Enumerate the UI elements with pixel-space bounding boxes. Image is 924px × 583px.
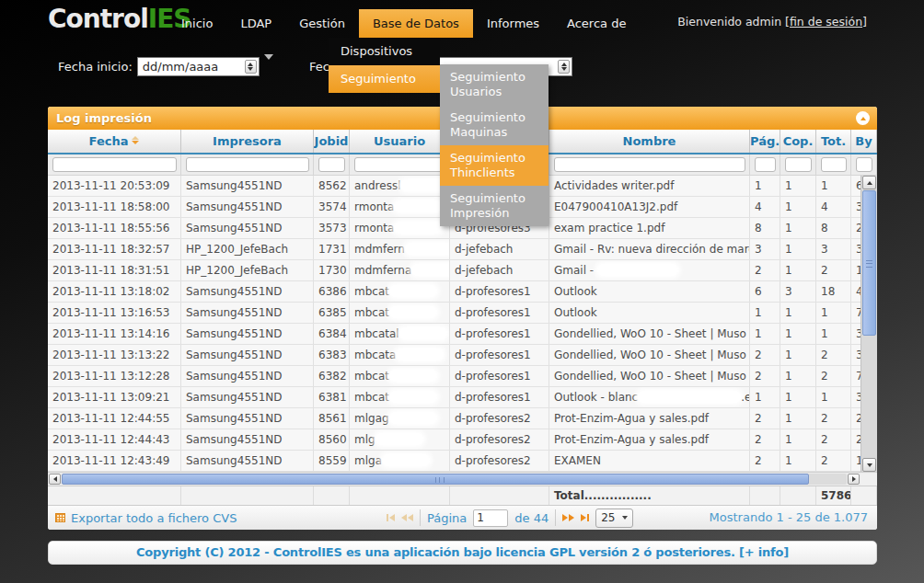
table-row[interactable]: 2013-11-11 13:14:16Samsung4551ND6384mbca… xyxy=(48,324,877,345)
filter-input-cop[interactable] xyxy=(785,157,812,172)
cell-usuario: mbcat xyxy=(350,281,450,302)
export-csv-link[interactable]: Exportar todo a fichero CVS xyxy=(55,506,237,530)
cell-usuario: rmonta xyxy=(350,218,450,238)
cell-nombre: Actividades writer.pdf xyxy=(549,176,750,196)
collapse-panel-button[interactable] xyxy=(856,111,870,125)
horizontal-scrollbar[interactable] xyxy=(48,472,877,486)
column-header-usuario[interactable]: Usuario xyxy=(350,130,450,153)
vertical-scrollbar[interactable] xyxy=(860,176,877,472)
chevron-down-icon xyxy=(622,516,628,520)
submenu-item-seguimiento-maquinas[interactable]: Seguimiento Maquinas xyxy=(440,105,549,145)
table-row[interactable]: 2013-11-11 13:16:53Samsung4551ND6385mbca… xyxy=(48,303,877,324)
scroll-right-button[interactable] xyxy=(848,474,860,485)
cell-pag: 1 xyxy=(750,303,780,323)
spinner-up-icon[interactable] xyxy=(248,63,253,66)
cell-impresora: Samsung4551ND xyxy=(181,218,314,238)
sort-icon xyxy=(132,136,139,144)
column-header-nombre[interactable]: Nombre xyxy=(549,130,750,153)
nav-item-informes[interactable]: Informes xyxy=(473,9,553,38)
redaction-smudge xyxy=(597,264,678,276)
seek-prev-icon xyxy=(408,514,413,521)
spinner-down-icon[interactable] xyxy=(561,67,567,71)
menu-item-seguimiento[interactable]: Seguimiento xyxy=(329,65,440,93)
cell-grupo: d-profesores1 xyxy=(450,387,549,407)
column-header-impresora[interactable]: Impresora xyxy=(181,130,314,153)
scrollbar-corner xyxy=(860,474,877,486)
nav-item-inicio[interactable]: Inicio xyxy=(167,9,226,38)
nav-item-acerca-de[interactable]: Acerca de xyxy=(553,9,640,38)
table-row[interactable]: 2013-11-11 12:43:49Samsung4551ND8559mlga… xyxy=(48,451,877,472)
start-date-box xyxy=(137,57,260,76)
filter-input-fecha[interactable] xyxy=(52,157,177,172)
table-row[interactable]: 2013-11-11 18:32:57HP_1200_JefeBach1731m… xyxy=(48,239,877,260)
column-header-tot[interactable]: Tot. xyxy=(816,130,851,153)
cell-usuario: andressl xyxy=(350,176,450,196)
cell-nombre: exam practice 1.pdf xyxy=(549,218,750,238)
table-row[interactable]: 2013-11-11 18:31:51HP_1200_JefeBach1730m… xyxy=(48,260,877,281)
submenu-item-seguimiento-usuarios[interactable]: Seguimiento Usuarios xyxy=(440,64,549,105)
spinner-down-icon[interactable] xyxy=(248,67,253,71)
first-page-button[interactable] xyxy=(387,514,395,521)
main-nav: InicioLDAPGestiónBase de DatosInformesAc… xyxy=(167,9,640,38)
vertical-scrollbar-thumb[interactable] xyxy=(862,190,876,336)
cell-impresora: Samsung4551ND xyxy=(181,324,314,344)
filter-input-pag[interactable] xyxy=(755,157,776,172)
cell-jobid: 8561 xyxy=(314,408,350,429)
table-row[interactable]: 2013-11-11 13:13:22Samsung4551ND6383mbca… xyxy=(48,345,877,366)
filter-input-usuario[interactable] xyxy=(354,157,445,172)
start-date-dropdown-button[interactable] xyxy=(264,60,273,74)
table-row[interactable]: 2013-11-11 13:09:21Samsung4551ND6381mbca… xyxy=(48,387,877,408)
scroll-up-button[interactable] xyxy=(862,176,876,189)
cell-jobid: 6386 xyxy=(314,281,350,302)
total-cell-fecha xyxy=(48,486,181,505)
start-date-spinner[interactable] xyxy=(245,60,257,74)
submenu-item-seguimiento-impresion[interactable]: Seguimiento Impresión xyxy=(440,186,549,226)
page-size-select[interactable]: 25 xyxy=(595,509,632,528)
scroll-down-button[interactable] xyxy=(862,458,876,472)
grip-icon xyxy=(435,477,445,483)
page-number-input[interactable] xyxy=(473,509,508,527)
spinner-up-icon[interactable] xyxy=(561,63,567,66)
cell-usuario: mbcata xyxy=(350,345,450,365)
cell-grupo: d-profesores1 xyxy=(450,324,549,344)
menu-item-dispositivos[interactable]: Dispositivos xyxy=(329,38,440,65)
nav-item-base-de-datos[interactable]: Base de Datos xyxy=(359,9,473,38)
column-header-fecha[interactable]: Fecha xyxy=(48,130,181,153)
table-row[interactable]: 2013-11-11 13:18:02Samsung4551ND6386mbca… xyxy=(48,281,877,303)
cell-tot: 1 xyxy=(816,176,851,196)
column-header-by[interactable]: By xyxy=(851,130,877,153)
last-page-button[interactable] xyxy=(581,514,589,521)
arrow-up-icon xyxy=(867,181,872,185)
column-header-cop[interactable]: Cop. xyxy=(780,130,816,153)
end-date-spinner[interactable] xyxy=(558,60,570,74)
cell-jobid: 8559 xyxy=(314,451,350,471)
nav-item-gestion[interactable]: Gestión xyxy=(285,9,359,38)
prev-page-button[interactable] xyxy=(401,514,413,521)
cell-cop: 1 xyxy=(780,260,816,280)
cell-usuario: rmonta xyxy=(350,197,450,217)
cell-impresora: Samsung4551ND xyxy=(181,429,314,450)
cell-cop: 1 xyxy=(780,197,816,217)
column-header-pag[interactable]: Pág. xyxy=(750,130,780,153)
scroll-left-button[interactable] xyxy=(49,474,61,485)
cell-usuario: mlga xyxy=(350,451,450,471)
next-page-button[interactable] xyxy=(562,514,574,521)
filter-input-by[interactable] xyxy=(856,157,872,172)
table-row[interactable]: 2013-11-11 12:44:55Samsung4551ND8561mlga… xyxy=(48,408,877,429)
cell-tot: 1 xyxy=(816,387,851,407)
submenu-item-seguimiento-thinclients[interactable]: Seguimiento Thinclients xyxy=(440,145,549,186)
redaction-smudge xyxy=(411,264,450,276)
nav-item-ldap[interactable]: LDAP xyxy=(226,9,285,38)
filter-input-jobid[interactable] xyxy=(318,157,345,172)
start-date-input[interactable] xyxy=(137,57,260,76)
cell-nombre: Prot-Enzim-Agua y sales.pdf xyxy=(549,408,750,429)
horizontal-scrollbar-thumb[interactable] xyxy=(62,474,809,485)
table-row[interactable]: 2013-11-11 12:44:43Samsung4551ND8560mlgd… xyxy=(48,429,877,451)
column-header-jobid[interactable]: Jobid xyxy=(314,130,350,153)
logout-link[interactable]: fin de sesión xyxy=(790,15,862,29)
filter-input-tot[interactable] xyxy=(821,157,847,172)
filter-input-impresora[interactable] xyxy=(186,157,309,172)
redaction-smudge xyxy=(394,200,442,212)
table-row[interactable]: 2013-11-11 13:12:28Samsung4551ND6382mbca… xyxy=(48,366,877,387)
filter-input-nombre[interactable] xyxy=(554,157,745,172)
